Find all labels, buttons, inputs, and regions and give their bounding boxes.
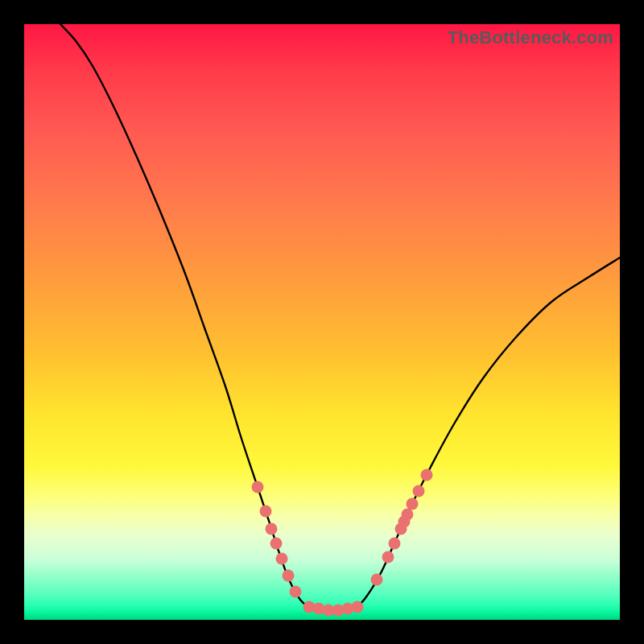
right-marker [371,574,383,586]
left-marker [266,523,278,535]
left-marker [260,506,272,518]
left-marker [276,553,288,565]
chart-frame: TheBottleneck.com [0,0,644,644]
right-marker [421,469,433,481]
right-marker [407,498,419,510]
right-marker [402,509,414,521]
watermark-text: TheBottleneck.com [448,27,613,48]
curve-layer [24,24,620,620]
plot-area: TheBottleneck.com [24,24,620,620]
bottleneck-curve [60,24,620,610]
right-marker [382,551,394,564]
left-marker [270,538,283,550]
left-marker [252,481,264,493]
trough-marker [352,601,364,613]
right-marker [389,538,401,550]
left-marker [283,570,295,582]
left-marker [290,586,302,598]
right-marker [413,485,425,497]
